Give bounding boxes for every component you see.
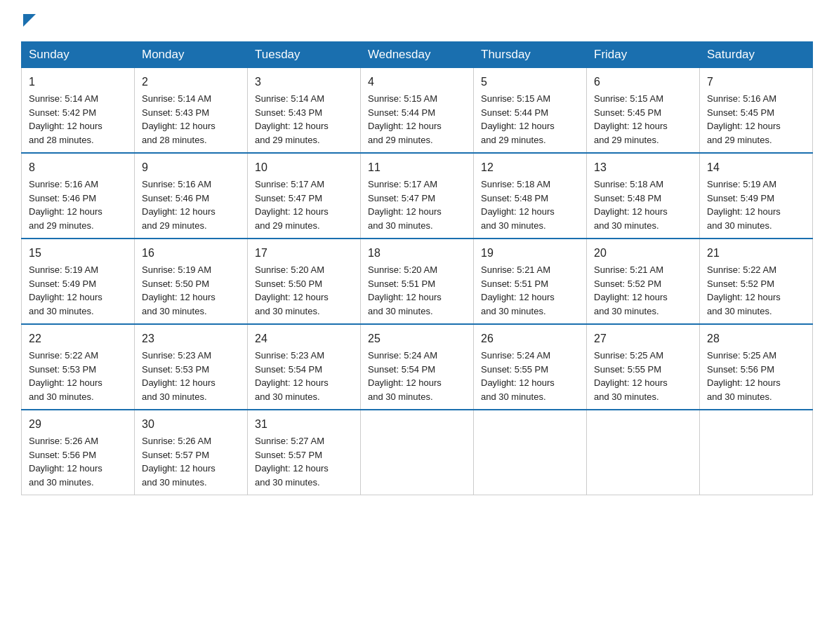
day-info: Sunrise: 5:22 AMSunset: 5:53 PMDaylight:… — [29, 350, 102, 402]
day-number: 27 — [594, 330, 692, 347]
day-number: 9 — [142, 159, 240, 176]
calendar-cell: 10Sunrise: 5:17 AMSunset: 5:47 PMDayligh… — [248, 153, 361, 239]
day-number: 18 — [368, 245, 466, 262]
day-number: 20 — [594, 245, 692, 262]
calendar-cell: 17Sunrise: 5:20 AMSunset: 5:50 PMDayligh… — [248, 239, 361, 324]
day-number: 8 — [29, 159, 127, 176]
calendar-week-row: 29Sunrise: 5:26 AMSunset: 5:56 PMDayligh… — [22, 410, 813, 495]
day-info: Sunrise: 5:27 AMSunset: 5:57 PMDaylight:… — [255, 436, 329, 488]
calendar-cell: 26Sunrise: 5:24 AMSunset: 5:55 PMDayligh… — [474, 324, 587, 410]
day-number: 7 — [707, 74, 805, 90]
day-info: Sunrise: 5:14 AMSunset: 5:42 PMDaylight:… — [29, 93, 102, 145]
calendar-header-row: SundayMondayTuesdayWednesdayThursdayFrid… — [22, 42, 813, 68]
day-info: Sunrise: 5:18 AMSunset: 5:48 PMDaylight:… — [481, 179, 555, 231]
calendar-cell: 9Sunrise: 5:16 AMSunset: 5:46 PMDaylight… — [135, 153, 248, 239]
day-info: Sunrise: 5:17 AMSunset: 5:47 PMDaylight:… — [368, 179, 442, 231]
calendar-cell: 5Sunrise: 5:15 AMSunset: 5:44 PMDaylight… — [474, 68, 587, 154]
day-info: Sunrise: 5:16 AMSunset: 5:46 PMDaylight:… — [29, 179, 102, 231]
col-header-thursday: Thursday — [474, 42, 587, 68]
day-info: Sunrise: 5:19 AMSunset: 5:49 PMDaylight:… — [707, 179, 781, 231]
calendar-cell: 14Sunrise: 5:19 AMSunset: 5:49 PMDayligh… — [700, 153, 813, 239]
calendar-cell: 13Sunrise: 5:18 AMSunset: 5:48 PMDayligh… — [587, 153, 700, 239]
day-info: Sunrise: 5:24 AMSunset: 5:55 PMDaylight:… — [481, 350, 555, 402]
day-info: Sunrise: 5:22 AMSunset: 5:52 PMDaylight:… — [707, 264, 781, 316]
calendar-cell: 23Sunrise: 5:23 AMSunset: 5:53 PMDayligh… — [135, 324, 248, 410]
day-info: Sunrise: 5:18 AMSunset: 5:48 PMDaylight:… — [594, 179, 668, 231]
day-number: 2 — [142, 74, 240, 90]
day-number: 19 — [481, 245, 579, 262]
calendar-cell: 2Sunrise: 5:14 AMSunset: 5:43 PMDaylight… — [135, 68, 248, 154]
day-number: 10 — [255, 159, 353, 176]
day-number: 26 — [481, 330, 579, 347]
day-number: 21 — [707, 245, 805, 262]
day-info: Sunrise: 5:26 AMSunset: 5:56 PMDaylight:… — [29, 436, 102, 488]
day-number: 16 — [142, 245, 240, 262]
logo-arrow-icon — [23, 14, 36, 27]
calendar-cell: 11Sunrise: 5:17 AMSunset: 5:47 PMDayligh… — [361, 153, 474, 239]
day-info: Sunrise: 5:16 AMSunset: 5:46 PMDaylight:… — [142, 179, 216, 231]
logo — [21, 14, 36, 29]
svg-marker-0 — [23, 14, 36, 27]
day-number: 30 — [142, 416, 240, 433]
calendar-cell: 18Sunrise: 5:20 AMSunset: 5:51 PMDayligh… — [361, 239, 474, 324]
calendar-cell: 4Sunrise: 5:15 AMSunset: 5:44 PMDaylight… — [361, 68, 474, 154]
day-info: Sunrise: 5:19 AMSunset: 5:49 PMDaylight:… — [29, 264, 102, 316]
day-number: 15 — [29, 245, 127, 262]
calendar-cell: 31Sunrise: 5:27 AMSunset: 5:57 PMDayligh… — [248, 410, 361, 495]
calendar-cell: 19Sunrise: 5:21 AMSunset: 5:51 PMDayligh… — [474, 239, 587, 324]
day-info: Sunrise: 5:20 AMSunset: 5:51 PMDaylight:… — [368, 264, 442, 316]
calendar-week-row: 22Sunrise: 5:22 AMSunset: 5:53 PMDayligh… — [22, 324, 813, 410]
calendar-cell — [587, 410, 700, 495]
calendar-cell — [700, 410, 813, 495]
day-number: 31 — [255, 416, 353, 433]
day-number: 24 — [255, 330, 353, 347]
calendar-cell: 6Sunrise: 5:15 AMSunset: 5:45 PMDaylight… — [587, 68, 700, 154]
day-number: 13 — [594, 159, 692, 176]
calendar-cell: 7Sunrise: 5:16 AMSunset: 5:45 PMDaylight… — [700, 68, 813, 154]
day-number: 28 — [707, 330, 805, 347]
day-info: Sunrise: 5:21 AMSunset: 5:51 PMDaylight:… — [481, 264, 555, 316]
day-info: Sunrise: 5:19 AMSunset: 5:50 PMDaylight:… — [142, 264, 216, 316]
calendar-cell: 16Sunrise: 5:19 AMSunset: 5:50 PMDayligh… — [135, 239, 248, 324]
day-number: 11 — [368, 159, 466, 176]
day-info: Sunrise: 5:15 AMSunset: 5:44 PMDaylight:… — [481, 93, 555, 145]
calendar-cell: 1Sunrise: 5:14 AMSunset: 5:42 PMDaylight… — [22, 68, 135, 154]
day-info: Sunrise: 5:15 AMSunset: 5:45 PMDaylight:… — [594, 93, 668, 145]
day-number: 6 — [594, 74, 692, 90]
day-info: Sunrise: 5:20 AMSunset: 5:50 PMDaylight:… — [255, 264, 329, 316]
calendar-cell: 30Sunrise: 5:26 AMSunset: 5:57 PMDayligh… — [135, 410, 248, 495]
calendar-cell: 25Sunrise: 5:24 AMSunset: 5:54 PMDayligh… — [361, 324, 474, 410]
calendar-cell: 20Sunrise: 5:21 AMSunset: 5:52 PMDayligh… — [587, 239, 700, 324]
day-number: 29 — [29, 416, 127, 433]
day-info: Sunrise: 5:23 AMSunset: 5:53 PMDaylight:… — [142, 350, 216, 402]
calendar-cell — [474, 410, 587, 495]
col-header-monday: Monday — [135, 42, 248, 68]
col-header-sunday: Sunday — [22, 42, 135, 68]
calendar-cell: 28Sunrise: 5:25 AMSunset: 5:56 PMDayligh… — [700, 324, 813, 410]
day-number: 12 — [481, 159, 579, 176]
day-info: Sunrise: 5:15 AMSunset: 5:44 PMDaylight:… — [368, 93, 442, 145]
col-header-tuesday: Tuesday — [248, 42, 361, 68]
day-info: Sunrise: 5:25 AMSunset: 5:56 PMDaylight:… — [707, 350, 781, 402]
day-info: Sunrise: 5:26 AMSunset: 5:57 PMDaylight:… — [142, 436, 216, 488]
page-header — [21, 14, 813, 29]
day-info: Sunrise: 5:24 AMSunset: 5:54 PMDaylight:… — [368, 350, 442, 402]
calendar-cell: 21Sunrise: 5:22 AMSunset: 5:52 PMDayligh… — [700, 239, 813, 324]
calendar-cell: 3Sunrise: 5:14 AMSunset: 5:43 PMDaylight… — [248, 68, 361, 154]
day-number: 23 — [142, 330, 240, 347]
day-info: Sunrise: 5:21 AMSunset: 5:52 PMDaylight:… — [594, 264, 668, 316]
calendar-cell: 12Sunrise: 5:18 AMSunset: 5:48 PMDayligh… — [474, 153, 587, 239]
col-header-wednesday: Wednesday — [361, 42, 474, 68]
day-info: Sunrise: 5:25 AMSunset: 5:55 PMDaylight:… — [594, 350, 668, 402]
calendar-cell: 22Sunrise: 5:22 AMSunset: 5:53 PMDayligh… — [22, 324, 135, 410]
day-number: 14 — [707, 159, 805, 176]
day-number: 25 — [368, 330, 466, 347]
calendar-cell: 15Sunrise: 5:19 AMSunset: 5:49 PMDayligh… — [22, 239, 135, 324]
calendar-week-row: 1Sunrise: 5:14 AMSunset: 5:42 PMDaylight… — [22, 68, 813, 154]
col-header-saturday: Saturday — [700, 42, 813, 68]
day-number: 5 — [481, 74, 579, 90]
calendar-cell: 8Sunrise: 5:16 AMSunset: 5:46 PMDaylight… — [22, 153, 135, 239]
calendar-table: SundayMondayTuesdayWednesdayThursdayFrid… — [21, 41, 813, 495]
day-info: Sunrise: 5:23 AMSunset: 5:54 PMDaylight:… — [255, 350, 329, 402]
day-info: Sunrise: 5:16 AMSunset: 5:45 PMDaylight:… — [707, 93, 781, 145]
